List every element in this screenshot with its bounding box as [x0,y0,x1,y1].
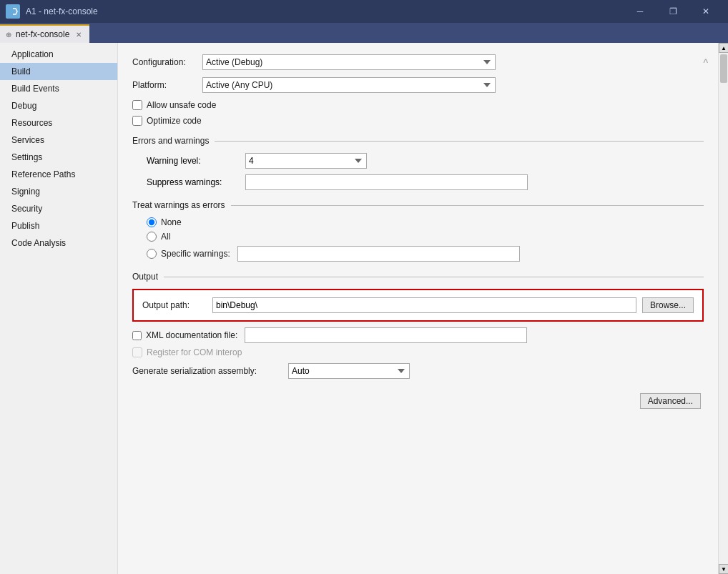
suppress-warnings-label: Suppress warnings: [147,177,240,187]
title-bar: A1 - net-fx-console ─ ❐ ✕ [0,0,728,23]
platform-row: Platform: Active (Any CPU) [132,77,704,93]
advanced-row: Advanced... [132,393,704,409]
sidebar-item-security[interactable]: Security [0,200,117,217]
none-radio-row: None [147,217,704,227]
xml-doc-checkbox[interactable] [132,331,142,340]
tab-close-button[interactable]: ✕ [74,29,84,39]
content-area: Configuration: Active (Debug) Platform: … [118,43,718,574]
window-title: A1 - net-fx-console [26,6,624,16]
specific-warnings-label: Specific warnings: [161,249,230,259]
sidebar-item-build-events[interactable]: Build Events [0,80,117,97]
suppress-warnings-row: Suppress warnings: [132,174,704,190]
tab-bar: ⊕ net-fx-console ✕ [0,23,728,43]
optimize-code-label: Optimize code [147,116,202,126]
output-label: Output [132,272,158,282]
advanced-button[interactable]: Advanced... [640,393,701,409]
allow-unsafe-code-row: Allow unsafe code [132,100,704,110]
register-com-row: Register for COM interop [132,347,704,357]
scroll-up-button[interactable]: ▲ [719,43,728,53]
sidebar-item-build[interactable]: Build [0,63,117,80]
scroll-thumb[interactable] [720,54,727,83]
output-path-input[interactable] [212,297,636,313]
configuration-label: Configuration: [132,57,197,67]
output-path-label: Output path: [142,300,207,310]
platform-label: Platform: [132,80,197,90]
suppress-warnings-input[interactable] [245,174,528,190]
sidebar-item-application[interactable]: Application [0,46,117,63]
treat-warnings-radio-group: None All Specific warnings: [132,217,704,262]
sidebar: Application Build Build Events Debug Res… [0,43,118,574]
scroll-down-button[interactable]: ▼ [719,564,728,574]
sidebar-item-services[interactable]: Services [0,132,117,149]
all-radio[interactable] [147,232,157,242]
sidebar-item-resources[interactable]: Resources [0,114,117,132]
allow-unsafe-code-label: Allow unsafe code [147,100,216,110]
optimize-code-checkbox[interactable] [132,116,142,126]
xml-doc-input[interactable] [245,327,527,343]
warning-level-select[interactable]: 4 0 1 2 3 [245,153,367,169]
errors-warnings-label: Errors and warnings [132,136,209,146]
register-com-label: Register for COM interop [147,347,242,357]
register-com-checkbox[interactable] [132,347,142,357]
treat-warnings-divider: Treat warnings as errors [132,200,704,210]
file-tab[interactable]: ⊕ net-fx-console ✕ [0,24,89,43]
specific-radio[interactable] [147,249,157,259]
gen-serial-select[interactable]: Auto On Off [288,363,410,379]
treat-warnings-label: Treat warnings as errors [132,200,225,210]
window-controls: ─ ❐ ✕ [624,0,722,23]
sidebar-item-code-analysis[interactable]: Code Analysis [0,234,117,252]
output-path-row: Output path: Browse... [142,297,694,313]
output-box: Output path: Browse... [132,289,704,322]
main-container: Application Build Build Events Debug Res… [0,43,728,574]
gen-serial-label: Generate serialization assembly: [132,366,282,376]
sidebar-item-debug[interactable]: Debug [0,97,117,114]
none-label: None [161,217,182,227]
gen-serial-row: Generate serialization assembly: Auto On… [132,363,704,379]
specific-radio-row: Specific warnings: [147,246,704,262]
browse-button[interactable]: Browse... [642,297,694,313]
xml-doc-row: XML documentation file: [132,327,704,343]
vertical-scrollbar[interactable]: ▲ ▼ [718,43,728,574]
app-icon [6,4,20,19]
configuration-row: Configuration: Active (Debug) [132,54,704,70]
optimize-code-row: Optimize code [132,116,704,126]
none-radio[interactable] [147,217,157,227]
sidebar-item-signing[interactable]: Signing [0,183,117,200]
warning-level-label: Warning level: [147,156,240,166]
allow-unsafe-code-checkbox[interactable] [132,100,142,110]
warning-level-row: Warning level: 4 0 1 2 3 [132,153,704,169]
pin-icon: ⊕ [6,31,11,39]
all-label: All [161,232,170,242]
output-divider: Output [132,272,704,282]
close-button[interactable]: ✕ [689,0,722,23]
all-radio-row: All [147,232,704,242]
output-line [164,277,704,277]
xml-doc-label: XML documentation file: [146,330,237,340]
scroll-track [719,53,728,564]
minimize-button[interactable]: ─ [624,0,656,23]
tab-label: net-fx-console [16,29,69,39]
specific-warnings-input[interactable] [237,246,520,262]
sidebar-item-reference-paths[interactable]: Reference Paths [0,166,117,183]
sidebar-item-publish[interactable]: Publish [0,217,117,234]
configuration-select[interactable]: Active (Debug) [202,54,496,70]
platform-select[interactable]: Active (Any CPU) [202,77,496,93]
errors-warnings-line [215,141,704,142]
errors-warnings-divider: Errors and warnings [132,136,704,146]
sidebar-item-settings[interactable]: Settings [0,149,117,166]
restore-button[interactable]: ❐ [656,0,689,23]
treat-warnings-line [231,205,704,206]
